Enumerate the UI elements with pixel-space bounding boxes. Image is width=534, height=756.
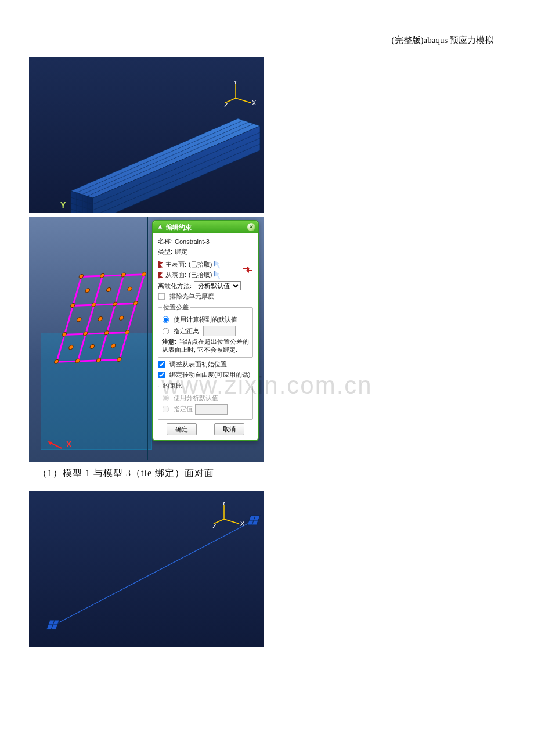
tie-rot-checkbox[interactable] bbox=[158, 371, 165, 378]
svg-text:Z: Z bbox=[212, 523, 217, 530]
cancel-button[interactable]: 取消 bbox=[214, 423, 244, 435]
pt-specify-label: 指定距离: bbox=[174, 327, 201, 336]
constraint-ratio-group: 约束比 使用分析默认值 指定值 bbox=[158, 381, 253, 420]
discretization-label: 离散化方法: bbox=[158, 282, 192, 290]
type-label: 类型: bbox=[158, 247, 172, 256]
corner-axis-label: X bbox=[46, 440, 71, 453]
svg-line-22 bbox=[50, 442, 62, 448]
master-value: (已拾取) bbox=[189, 260, 212, 269]
pt-default-label: 使用计算得到的默认值 bbox=[174, 315, 237, 324]
svg-line-7 bbox=[93, 132, 260, 204]
svg-line-18 bbox=[236, 98, 251, 103]
type-value: 绑定 bbox=[175, 247, 187, 256]
viewport-beam[interactable]: Y X Z Y bbox=[29, 57, 264, 213]
axis-triad: Y X Z bbox=[224, 81, 259, 110]
dialog-icon bbox=[157, 223, 164, 231]
svg-text:Y: Y bbox=[222, 502, 226, 506]
corner-axis-label: Y bbox=[60, 200, 66, 210]
adjust-checkbox[interactable] bbox=[158, 361, 165, 368]
name-label: 名称: bbox=[158, 237, 172, 246]
dialog-titlebar[interactable]: 编辑约束 ✕ bbox=[153, 221, 258, 233]
pick-slave-icon[interactable] bbox=[214, 271, 222, 279]
discretization-select[interactable]: 分析默认值 bbox=[194, 281, 241, 290]
cr-default-radio bbox=[163, 394, 169, 401]
slave-value: (已拾取) bbox=[189, 271, 212, 279]
note-bold: 注意: bbox=[162, 338, 177, 345]
slave-flag-icon bbox=[158, 272, 163, 279]
cr-default-label: 使用分析默认值 bbox=[174, 394, 218, 402]
slave-label: 从表面: bbox=[165, 271, 186, 279]
close-icon[interactable]: ✕ bbox=[247, 223, 255, 231]
position-tolerance-legend: 位置公差 bbox=[162, 303, 190, 312]
page-header-note: (完整版)abaqus 预应力模拟 bbox=[23, 35, 493, 46]
swap-surfaces-icon[interactable] bbox=[243, 265, 253, 273]
ok-button[interactable]: 确定 bbox=[167, 423, 197, 435]
pt-default-radio[interactable] bbox=[163, 316, 169, 323]
tie-rot-label: 绑定转动自由度(可应用的话) bbox=[169, 370, 250, 379]
cr-specify-input bbox=[195, 404, 228, 415]
viewport-wire[interactable]: Y X Z bbox=[29, 491, 264, 647]
viewport-dialog[interactable]: X 编辑约束 ✕ 名称: Constraint-3 类型: bbox=[29, 217, 264, 462]
master-label: 主表面: bbox=[165, 260, 186, 269]
constraint-ratio-legend: 约束比 bbox=[162, 381, 183, 390]
svg-text:Z: Z bbox=[224, 102, 228, 109]
position-tolerance-group: 位置公差 使用计算得到的默认值 指定距离: 注意: 当结点在超出位置公差的从表面… bbox=[158, 303, 253, 358]
cr-specify-label: 指定值 bbox=[174, 405, 193, 413]
caption-1: （1）模型 1 与模型 3（tie 绑定）面对面 bbox=[38, 467, 511, 480]
pt-specify-radio[interactable] bbox=[163, 327, 169, 334]
axis-triad: Y X Z bbox=[212, 502, 247, 531]
svg-line-33 bbox=[224, 519, 239, 524]
dialog-title: 编辑约束 bbox=[166, 223, 192, 232]
svg-text:X: X bbox=[240, 520, 245, 527]
svg-line-24 bbox=[55, 520, 254, 625]
svg-text:X: X bbox=[252, 99, 257, 106]
name-value: Constraint-3 bbox=[175, 238, 210, 245]
svg-marker-2 bbox=[93, 126, 260, 213]
master-flag-icon bbox=[158, 261, 163, 268]
adjust-label: 调整从表面初始位置 bbox=[169, 360, 227, 369]
pick-master-icon[interactable] bbox=[214, 261, 222, 269]
svg-text:Y: Y bbox=[233, 81, 238, 85]
pt-specify-input[interactable] bbox=[203, 326, 236, 336]
exclude-thickness-label: 排除壳单元厚度 bbox=[169, 292, 214, 301]
exclude-thickness-checkbox[interactable] bbox=[158, 293, 165, 300]
cr-specify-radio bbox=[163, 406, 169, 413]
edit-constraint-dialog: 编辑约束 ✕ 名称: Constraint-3 类型: 绑定 主表面: (已拾取… bbox=[152, 220, 259, 441]
